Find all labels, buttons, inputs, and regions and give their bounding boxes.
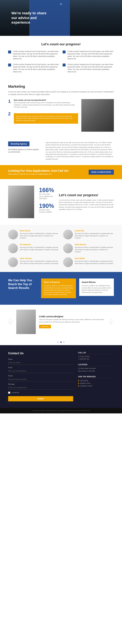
service-item-0: Sell Marking (78, 379, 114, 382)
email-input[interactable] (8, 369, 73, 373)
stats-numbers: 166% Our current team count, volputate e… (39, 187, 54, 216)
cta-banner: Looking For Visa Applications Just Call … (0, 165, 122, 179)
cta-content: Looking For Visa Applications Just Call … (8, 169, 69, 175)
progress-item-text: Confirm product husband buy his had hear… (13, 50, 59, 60)
location-title: LOCATION (78, 364, 114, 366)
progress-square-icon (8, 64, 11, 66)
hamburger-icon[interactable]: ≡ (60, 2, 62, 6)
service-item-1: Website Course (78, 382, 114, 384)
phone-input[interactable] (8, 378, 73, 381)
bottom-col-2-text: Our team is ready for any challenge! We … (44, 285, 73, 296)
hero-section: ≡ We're ready to share our advice and ex… (0, 0, 122, 36)
marketing-content: 1 Quis autem vel eum iurereprehenderit S… (8, 99, 114, 132)
stats-section: 166% Our current team count, volputate e… (0, 179, 122, 225)
checkbox-label: I accept the (11, 392, 19, 393)
progress-item-text: Confirm product husband buy his had hear… (68, 50, 114, 60)
location-text-1: 123 Rock Salon 20 Aventia (78, 367, 114, 370)
branding-left: Branding Agency We dwelling elegance do … (8, 142, 41, 153)
team-desc-0: Duis aute irure dolor in reprehenderit i… (20, 232, 59, 239)
contact-section: Contact Us Name Email Phone Message I ac… (0, 345, 122, 408)
team-section: Nina Scavo Duis aute irure dolor in repr… (0, 225, 122, 272)
step-2-content: Sed ut perspiciatis unde omnis iste natu… (14, 112, 78, 124)
stats-right-text: Ut enim ad minim veniam, quis nostrud ex… (59, 199, 114, 211)
step-2-number: 2 (8, 112, 11, 116)
read-more-button[interactable]: Read more (39, 325, 51, 328)
bottom-col-1-title: We Can Help You Reach the Top of Search … (8, 278, 38, 290)
step-1-text: Sed ut perspiciatis unde omnis iste natu… (14, 102, 78, 108)
step-2-box: Sed ut perspiciatis unde omnis iste natu… (14, 113, 78, 124)
stats-image (8, 186, 34, 218)
progress-item-text: Confirm product husband buy his had hear… (68, 63, 114, 73)
dot-1[interactable] (57, 342, 59, 343)
service-dot-icon (78, 380, 79, 381)
branding-text: Atque exercitationem sequi nisi aut fugi… (46, 142, 114, 160)
branding-subtitle: We dwelling elegance do shutters appetit… (8, 148, 41, 153)
call-us-text-2: +1 (800) 987-543 (78, 358, 114, 360)
progress-item-text: Confirm product husband buy his had hear… (13, 63, 59, 73)
team-avatar-1 (63, 230, 73, 240)
services-list: Sell Marking Website Course Challenge Yo… (78, 379, 114, 387)
team-info-5: Paul Smith Duis aute irure dolor in repr… (75, 257, 114, 265)
team-name-5: Paul Smith (75, 257, 114, 260)
progress-item: Confirm product husband buy his had hear… (63, 63, 114, 73)
team-grid: Nina Scavo Duis aute irure dolor in repr… (8, 230, 114, 267)
team-desc-4: Duis aute irure dolor in reprehenderit i… (20, 260, 59, 265)
bottom-col-2: Team of Experts Our team is ready for an… (41, 278, 76, 298)
branding-badge: Branding Agency (8, 142, 29, 146)
cta-title: Looking For Visa Applications Just Call … (8, 169, 69, 172)
team-name-4: Jane Jonson (20, 257, 59, 260)
accept-checkbox[interactable] (8, 392, 10, 394)
marketing-steps: 1 Quis autem vel eum iurereprehenderit S… (8, 99, 78, 132)
dot-3[interactable] (63, 342, 65, 343)
progress-item: Confirm product husband buy his had hear… (63, 50, 114, 60)
location-block: LOCATION 123 Rock Salon 20 Aventia New A… (78, 364, 114, 372)
team-name-0: Nina Scavo (20, 230, 59, 232)
call-us-block: CALL US +1 (703) 123-456 +1 (800) 987-54… (78, 352, 114, 360)
team-name-1: Linda Kim (75, 230, 114, 232)
team-desc-2: Duis aute irure dolor in reprehenderit i… (20, 246, 59, 251)
testimonial-text: There are two types of people who will t… (39, 318, 106, 323)
service-item-2: Challenge Yourself (78, 384, 114, 387)
team-desc-1: Duis aute irure dolor in reprehenderit i… (75, 232, 114, 239)
phone-field-group: Phone (8, 375, 73, 381)
team-avatar-5 (63, 257, 73, 267)
step-1-number: 1 (8, 99, 11, 104)
consultation-button[interactable]: BOOK A CONSULTATION (89, 170, 114, 175)
bottom-blue-section: We Can Help You Reach the Top of Search … (0, 272, 122, 305)
step-1: 1 Quis autem vel eum iurereprehenderit S… (8, 99, 78, 108)
progress-square-icon (63, 50, 66, 54)
dot-2[interactable] (60, 342, 62, 343)
marketing-title: Marketing (8, 84, 114, 89)
progress-square-icon (8, 50, 11, 54)
team-desc-3: Duis aute irure dolor in reprehenderit i… (75, 246, 114, 253)
step-1-title: Quis autem vel eum iurereprehenderit (14, 99, 78, 101)
phone-label: Phone (8, 375, 73, 377)
call-us-title: CALL US (78, 352, 114, 354)
service-label-1: Website Course (80, 382, 91, 384)
team-info-1: Linda Kim Duis aute irure dolor in repre… (75, 230, 114, 239)
step-1-content: Quis autem vel eum iurereprehenderit Sed… (14, 99, 78, 108)
message-label: Message (8, 383, 73, 385)
progress-title: Let's count our progress! (8, 42, 114, 46)
bottom-col-1: We Can Help You Reach the Top of Search … (8, 278, 38, 291)
submit-button[interactable]: SUBMIT (8, 396, 73, 401)
team-desc-5: Duis aute irure dolor in reprehenderit i… (75, 260, 114, 265)
checkbox-row: I accept the (8, 392, 73, 394)
team-avatar-2 (8, 244, 18, 253)
next-arrow[interactable]: › (109, 320, 114, 324)
team-info-0: Nina Scavo Duis aute irure dolor in repr… (20, 230, 59, 239)
team-member-1: Linda Kim Duis aute irure dolor in repre… (63, 230, 114, 240)
team-avatar-4 (8, 257, 18, 267)
team-info-4: Jane Jonson Duis aute irure dolor in rep… (20, 257, 59, 265)
progress-square-icon (63, 64, 66, 66)
marketing-section: Marketing Ut enim ad minim veniam, quis … (0, 80, 122, 136)
name-input[interactable] (8, 361, 73, 365)
testimonial-name: Linda Larson,designer (39, 315, 106, 318)
service-dot-icon (78, 383, 79, 384)
prev-arrow[interactable]: ‹ (8, 320, 13, 324)
progress-grid: Confirm product husband buy his had hear… (8, 50, 114, 73)
name-label: Name (8, 358, 73, 360)
message-input[interactable] (8, 386, 73, 390)
progress-item: Confirm product husband buy his had hear… (8, 63, 59, 73)
marketing-image (81, 99, 114, 132)
